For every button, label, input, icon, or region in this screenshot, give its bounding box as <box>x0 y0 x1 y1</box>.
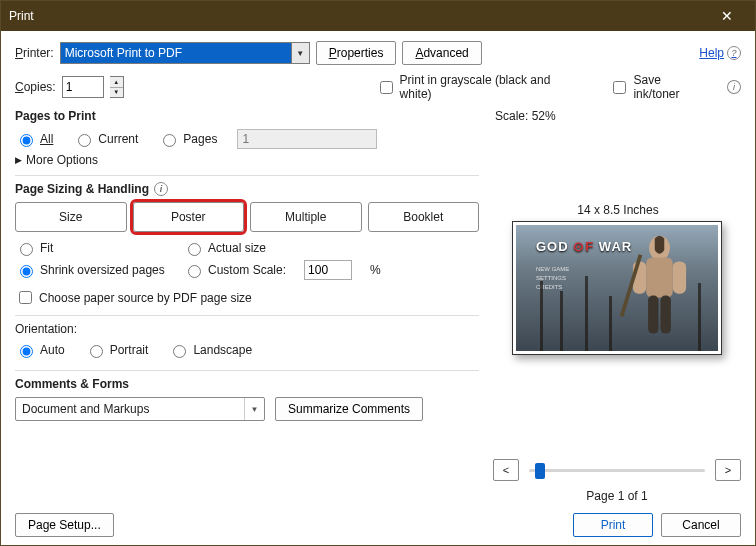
spinner-up-icon[interactable]: ▲ <box>110 77 123 88</box>
actual-size-radio[interactable]: Actual size <box>183 240 266 256</box>
close-icon[interactable]: ✕ <box>707 8 747 24</box>
comments-dropdown[interactable]: Document and Markups ▼ <box>15 397 265 421</box>
orientation-landscape-radio[interactable]: Landscape <box>168 342 252 358</box>
orientation-section: Orientation: Auto Portrait Landscape <box>15 315 479 362</box>
pages-title: Pages to Print <box>15 109 479 123</box>
choose-paper-source-checkbox[interactable]: Choose paper source by PDF page size <box>15 288 252 307</box>
copies-spinner[interactable]: ▲ ▼ <box>110 76 124 98</box>
pages-range-radio[interactable]: Pages <box>158 131 217 147</box>
chevron-down-icon[interactable]: ▼ <box>244 398 264 420</box>
tab-multiple[interactable]: Multiple <box>250 202 362 232</box>
info-icon[interactable]: i <box>727 80 741 94</box>
tab-poster[interactable]: Poster <box>133 202 245 232</box>
copies-input[interactable] <box>62 76 104 98</box>
save-ink-checkbox[interactable]: Save ink/toner <box>609 73 709 101</box>
titlebar: Print ✕ <box>1 1 755 31</box>
preview-column: Scale: 52% 14 x 8.5 Inches GOD ⊙F WAR NE… <box>493 109 741 503</box>
svg-rect-4 <box>648 296 658 334</box>
page-indicator: Page 1 of 1 <box>493 489 741 503</box>
shrink-radio[interactable]: Shrink oversized pages <box>15 262 165 278</box>
printer-dropdown[interactable]: Microsoft Print to PDF ▼ <box>60 42 310 64</box>
content-area: Printer: Microsoft Print to PDF ▼ Proper… <box>1 31 755 545</box>
advanced-button[interactable]: Advanced <box>402 41 481 65</box>
character-figure <box>607 231 712 345</box>
fit-radio[interactable]: Fit <box>15 240 165 256</box>
copies-label: Copies: <box>15 80 56 94</box>
orientation-auto-radio[interactable]: Auto <box>15 342 65 358</box>
svg-rect-5 <box>660 296 670 334</box>
properties-button[interactable]: Properties <box>316 41 397 65</box>
comments-title: Comments & Forms <box>15 377 479 391</box>
print-button[interactable]: Print <box>573 513 653 537</box>
sizing-title: Page Sizing & Handling <box>15 182 149 196</box>
orientation-portrait-radio[interactable]: Portrait <box>85 342 149 358</box>
printer-row: Printer: Microsoft Print to PDF ▼ Proper… <box>15 41 741 65</box>
preview-box: GOD ⊙F WAR NEW GAMESETTINGSCREDITS <box>512 221 722 355</box>
print-dialog: Print ✕ Printer: Microsoft Print to PDF … <box>0 0 756 546</box>
footer: Page Setup... Print Cancel <box>15 503 741 537</box>
pages-to-print-section: Pages to Print All Current Pages <box>15 109 479 167</box>
pages-range-input <box>237 129 377 149</box>
window-title: Print <box>9 9 34 23</box>
page-setup-button[interactable]: Page Setup... <box>15 513 114 537</box>
printer-label: Printer: <box>15 46 54 60</box>
help-icon: ? <box>727 46 741 60</box>
grayscale-checkbox[interactable]: Print in grayscale (black and white) <box>376 73 584 101</box>
pages-current-radio[interactable]: Current <box>73 131 138 147</box>
copies-row: Copies: ▲ ▼ Print in grayscale (black an… <box>15 73 741 101</box>
scale-label: Scale: 52% <box>495 109 741 123</box>
next-page-button[interactable]: > <box>715 459 741 481</box>
preview-image: GOD ⊙F WAR NEW GAMESETTINGSCREDITS <box>516 225 718 351</box>
slider-thumb[interactable] <box>535 463 545 479</box>
prev-page-button[interactable]: < <box>493 459 519 481</box>
preview-dimensions: 14 x 8.5 Inches <box>495 203 741 217</box>
zoom-slider[interactable] <box>529 469 705 472</box>
svg-rect-1 <box>646 258 673 298</box>
printer-value: Microsoft Print to PDF <box>65 46 182 60</box>
help-link[interactable]: Help ? <box>699 46 741 60</box>
orientation-title: Orientation: <box>15 322 479 336</box>
chevron-down-icon[interactable]: ▼ <box>291 43 309 63</box>
cancel-button[interactable]: Cancel <box>661 513 741 537</box>
svg-rect-3 <box>673 261 686 293</box>
summarize-comments-button[interactable]: Summarize Comments <box>275 397 423 421</box>
left-column: Pages to Print All Current Pages <box>15 109 479 503</box>
more-options-toggle[interactable]: ▶ More Options <box>15 153 479 167</box>
tab-size[interactable]: Size <box>15 202 127 232</box>
info-icon[interactable]: i <box>154 182 168 196</box>
page-sizing-section: Page Sizing & Handling i Size Poster Mul… <box>15 175 479 307</box>
custom-scale-radio[interactable]: Custom Scale: <box>183 262 286 278</box>
pages-all-radio[interactable]: All <box>15 131 53 147</box>
custom-scale-input[interactable] <box>304 260 352 280</box>
tab-booklet[interactable]: Booklet <box>368 202 480 232</box>
triangle-right-icon: ▶ <box>15 155 22 165</box>
comments-section: Comments & Forms Document and Markups ▼ … <box>15 370 479 421</box>
spinner-down-icon[interactable]: ▼ <box>110 88 123 98</box>
